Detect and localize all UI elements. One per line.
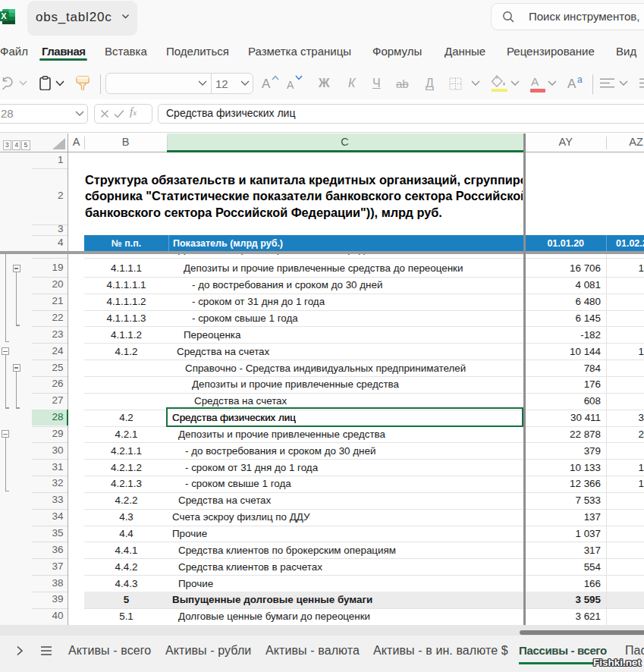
svg-text:X: X bbox=[1, 11, 7, 20]
